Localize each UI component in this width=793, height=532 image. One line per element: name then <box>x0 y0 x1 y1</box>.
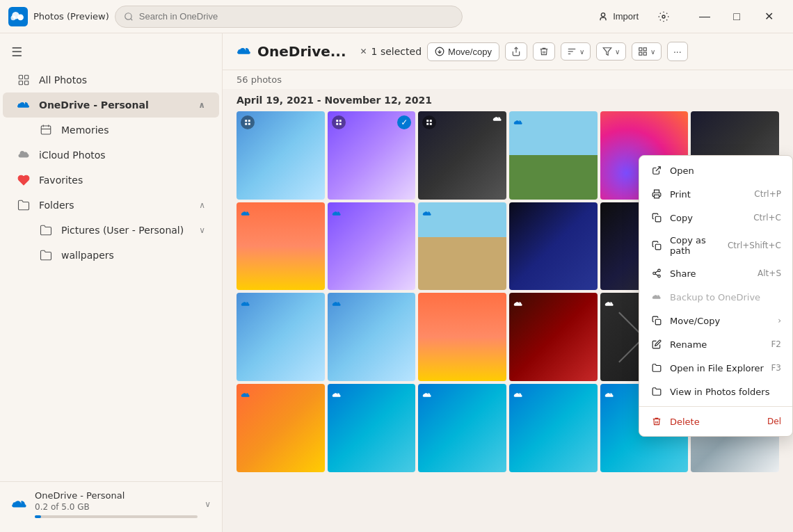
sidebar-item-favorites[interactable]: Favorites <box>3 168 219 193</box>
rename-icon <box>650 338 663 350</box>
photo-cell[interactable] <box>418 293 506 381</box>
photo-cell[interactable] <box>328 384 416 472</box>
ctx-share-shortcut: Alt+S <box>758 268 781 278</box>
view-button[interactable]: ∨ <box>632 42 662 61</box>
ctx-open-explorer[interactable]: Open in File Explorer F3 <box>639 356 792 380</box>
ctx-print-label: Print <box>670 189 747 200</box>
sidebar-item-icloud[interactable]: iCloud Photos <box>3 143 219 168</box>
pictures-chevron: ∨ <box>199 225 205 235</box>
minimize-button[interactable]: — <box>689 6 721 28</box>
ctx-print[interactable]: Print Ctrl+P <box>639 182 792 206</box>
memories-icon <box>39 123 53 137</box>
selected-indicator[interactable]: ✕ 1 selected <box>360 46 422 57</box>
photo-cell[interactable] <box>509 293 598 381</box>
print-icon <box>650 188 663 200</box>
icloud-icon <box>17 148 31 162</box>
maximize-button[interactable]: □ <box>721 6 753 28</box>
titlebar: Photos (Preview) Import — □ ✕ <box>0 0 793 33</box>
ctx-copy-shortcut: Ctrl+C <box>753 213 781 223</box>
ctx-explorer-shortcut: F3 <box>771 363 781 373</box>
copy-path-icon <box>650 239 663 252</box>
selected-count: 1 selected <box>371 46 422 57</box>
svg-rect-9 <box>19 81 22 85</box>
sidebar-item-onedrive[interactable]: OneDrive - Personal ∧ <box>3 92 219 118</box>
svg-rect-24 <box>643 52 646 55</box>
close-button[interactable]: ✕ <box>753 6 785 28</box>
multi-select-icon <box>332 115 346 129</box>
hamburger-menu[interactable]: ☰ <box>0 39 222 65</box>
svg-rect-36 <box>430 123 432 125</box>
close-selection-icon[interactable]: ✕ <box>360 47 367 56</box>
ctx-movecopy[interactable]: Move/Copy › <box>639 309 792 332</box>
settings-button[interactable] <box>652 8 675 25</box>
photo-cell[interactable] <box>237 202 325 291</box>
import-button[interactable]: Import <box>592 8 644 25</box>
svg-rect-40 <box>655 244 661 250</box>
photos-count: 56 photos <box>223 70 793 89</box>
svg-rect-38 <box>655 195 659 198</box>
ctx-copy-path[interactable]: Copy as path Ctrl+Shift+C <box>639 229 792 261</box>
photo-cell[interactable] <box>509 384 598 472</box>
photo-cell[interactable] <box>237 111 325 200</box>
svg-rect-8 <box>25 75 29 79</box>
svg-point-43 <box>658 275 661 277</box>
sidebar-item-all-photos[interactable]: All Photos <box>3 67 219 92</box>
svg-line-44 <box>655 274 658 275</box>
more-button[interactable]: ··· <box>667 42 688 61</box>
sort-icon <box>567 47 577 56</box>
svg-rect-32 <box>339 123 341 125</box>
all-photos-label: All Photos <box>39 74 87 86</box>
ctx-delete[interactable]: Delete Del <box>639 410 792 433</box>
photo-cell[interactable] <box>418 202 506 291</box>
photo-cell[interactable] <box>509 111 598 200</box>
photo-cell[interactable] <box>509 202 598 291</box>
ctx-movecopy-arrow: › <box>778 316 781 325</box>
movecopy-button[interactable]: Move/copy <box>427 42 499 61</box>
sidebar-item-wallpapers[interactable]: wallpapers <box>3 243 219 268</box>
search-bar[interactable] <box>115 6 463 28</box>
photo-cell[interactable] <box>418 111 506 200</box>
ctx-share[interactable]: Share Alt+S <box>639 261 792 285</box>
search-input[interactable] <box>139 11 454 22</box>
svg-line-45 <box>655 271 658 273</box>
onedrive-header-icon <box>237 45 252 59</box>
photo-cell[interactable] <box>237 293 325 381</box>
svg-rect-46 <box>655 319 661 325</box>
delete-button[interactable] <box>533 42 555 61</box>
sidebar-item-memories[interactable]: Memories <box>3 118 219 143</box>
filter-button[interactable]: ∨ <box>596 42 626 61</box>
photo-cell[interactable] <box>237 384 325 472</box>
search-icon <box>124 12 134 22</box>
photo-cell[interactable] <box>328 202 416 291</box>
ctx-copy[interactable]: Copy Ctrl+C <box>639 206 792 229</box>
app-logo <box>8 7 28 26</box>
ctx-print-shortcut: Ctrl+P <box>754 189 781 199</box>
ctx-open[interactable]: Open <box>639 159 792 182</box>
svg-line-37 <box>656 167 660 171</box>
ctx-backup-label: Backup to OneDrive <box>670 292 781 303</box>
sidebar-item-folders[interactable]: Folders ∧ <box>3 193 219 218</box>
svg-marker-20 <box>603 48 611 56</box>
onedrive-label: OneDrive - Personal <box>39 99 149 111</box>
photo-cell[interactable]: ✓ <box>328 111 416 200</box>
photo-cell[interactable] <box>418 384 506 472</box>
onedrive-chevron: ∧ <box>198 100 205 110</box>
storage-bar <box>35 515 198 518</box>
ctx-movecopy-label: Move/Copy <box>670 316 771 326</box>
share-button[interactable] <box>505 42 527 61</box>
content-header: OneDrive... ✕ 1 selected Move/copy <box>223 33 793 70</box>
footer-chevron[interactable]: ∨ <box>205 499 211 509</box>
folders-label: Folders <box>39 200 74 211</box>
photo-checkbox-checked[interactable]: ✓ <box>397 115 411 129</box>
delete-ctx-icon <box>650 415 663 428</box>
svg-rect-25 <box>245 120 247 122</box>
ctx-view-folders-label: View in Photos folders <box>670 387 781 397</box>
ctx-view-folders[interactable]: View in Photos folders <box>639 380 792 403</box>
sort-button[interactable]: ∨ <box>561 42 591 61</box>
svg-rect-11 <box>41 126 51 134</box>
header-actions: ✕ 1 selected Move/copy ∨ <box>360 42 688 61</box>
onedrive-footer-icon <box>11 499 28 510</box>
sidebar-item-pictures[interactable]: Pictures (User - Personal) ∨ <box>3 218 219 243</box>
photo-cell[interactable] <box>328 293 416 381</box>
ctx-rename[interactable]: Rename F2 <box>639 332 792 356</box>
